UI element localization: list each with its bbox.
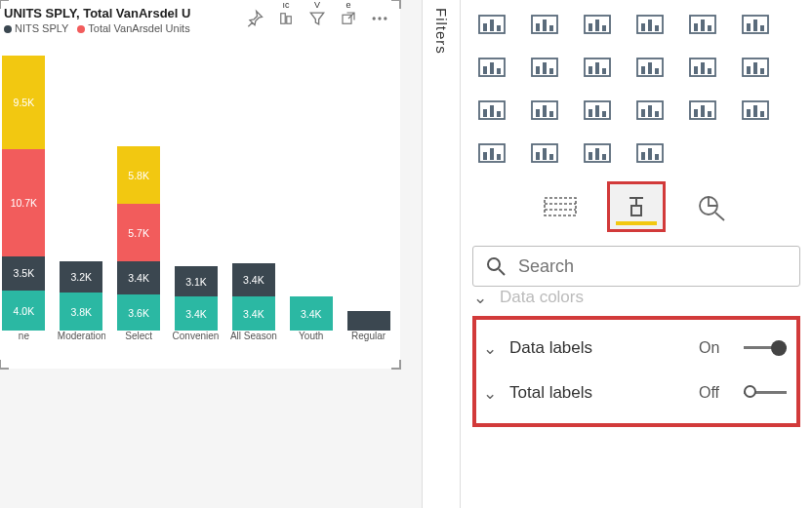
format-search[interactable] bbox=[472, 246, 800, 287]
svg-line-98 bbox=[715, 213, 724, 220]
kpi-icon[interactable] bbox=[472, 92, 511, 129]
property-data-labels[interactable]: ⌄ Data labels On bbox=[482, 326, 787, 371]
svg-rect-75 bbox=[747, 109, 751, 117]
svg-rect-94 bbox=[545, 198, 576, 215]
svg-rect-73 bbox=[708, 111, 711, 117]
svg-rect-92 bbox=[648, 148, 652, 160]
table-icon[interactable] bbox=[578, 92, 617, 129]
total-labels-toggle[interactable] bbox=[744, 384, 787, 402]
svg-rect-35 bbox=[536, 66, 540, 74]
axis-label: All Season bbox=[229, 331, 277, 354]
svg-rect-57 bbox=[497, 111, 501, 117]
property-total-labels[interactable]: ⌄ Total labels Off bbox=[482, 371, 787, 415]
bar-segment: 9.5K bbox=[2, 56, 45, 150]
svg-rect-59 bbox=[536, 109, 540, 117]
donut-chart-icon[interactable] bbox=[683, 6, 722, 43]
svg-point-5 bbox=[384, 17, 386, 20]
svg-rect-29 bbox=[760, 25, 764, 31]
card-icon[interactable] bbox=[683, 49, 722, 86]
svg-rect-16 bbox=[595, 20, 599, 31]
azure-map-icon[interactable] bbox=[578, 49, 617, 86]
decomposition-tree-icon[interactable] bbox=[736, 92, 775, 129]
search-input[interactable] bbox=[518, 256, 788, 277]
svg-rect-49 bbox=[708, 68, 711, 74]
popout-icon[interactable]: e bbox=[338, 8, 359, 29]
pie-chart-icon[interactable] bbox=[630, 6, 670, 43]
svg-rect-55 bbox=[483, 109, 487, 117]
filter-icon[interactable]: V bbox=[306, 8, 328, 29]
svg-rect-53 bbox=[760, 68, 764, 74]
focus-mode-icon[interactable]: ıc bbox=[275, 8, 297, 29]
svg-rect-37 bbox=[549, 68, 553, 74]
filled-map-icon[interactable] bbox=[525, 49, 564, 86]
arcgis-icon[interactable] bbox=[578, 135, 617, 172]
format-tab[interactable] bbox=[607, 181, 666, 232]
report-canvas[interactable]: UNITS SPLY, Total VanArsdel U NITS SPLY … bbox=[0, 0, 422, 508]
svg-rect-24 bbox=[701, 20, 705, 31]
bar-ne[interactable]: 4.0K3.5K10.7K9.5K bbox=[0, 56, 48, 332]
analytics-tab[interactable] bbox=[683, 181, 742, 232]
svg-point-99 bbox=[488, 258, 500, 270]
bar-convenience[interactable]: 3.4K3.1K bbox=[173, 266, 221, 331]
bar-segment: 3.5K bbox=[2, 256, 45, 292]
svg-rect-41 bbox=[602, 68, 606, 74]
svg-rect-45 bbox=[655, 68, 659, 74]
power-apps-icon[interactable] bbox=[630, 135, 670, 172]
r-visual-icon[interactable] bbox=[683, 92, 722, 129]
filters-pane-collapsed[interactable]: Filters bbox=[422, 0, 461, 508]
svg-rect-87 bbox=[589, 152, 592, 160]
svg-rect-83 bbox=[536, 152, 540, 160]
funnel-chart-icon[interactable] bbox=[525, 6, 564, 43]
treemap-icon[interactable] bbox=[736, 6, 775, 43]
svg-rect-91 bbox=[641, 152, 645, 160]
key-influencers-icon[interactable] bbox=[525, 135, 564, 172]
svg-rect-77 bbox=[760, 111, 764, 117]
bar-segment: 3.2K bbox=[60, 261, 102, 293]
svg-rect-0 bbox=[281, 14, 286, 24]
svg-rect-76 bbox=[753, 105, 757, 117]
svg-rect-89 bbox=[602, 154, 606, 160]
svg-rect-28 bbox=[753, 20, 757, 31]
multi-row-card-icon[interactable] bbox=[736, 49, 775, 86]
property-data-colors[interactable]: ⌄ Data colors bbox=[472, 283, 800, 312]
axis-label: Youth bbox=[287, 331, 335, 354]
chart-title: UNITS SPLY, Total VanArsdel U bbox=[4, 6, 244, 20]
chart-visual[interactable]: UNITS SPLY, Total VanArsdel U NITS SPLY … bbox=[0, 0, 400, 369]
bar-segment: 3.1K bbox=[175, 266, 218, 297]
scatter-chart-icon[interactable] bbox=[578, 6, 617, 43]
svg-rect-84 bbox=[543, 148, 547, 160]
map-icon[interactable] bbox=[472, 49, 511, 86]
svg-rect-7 bbox=[483, 23, 487, 31]
svg-rect-65 bbox=[602, 111, 606, 117]
svg-rect-1 bbox=[287, 17, 292, 24]
bar-youth[interactable]: 3.4K bbox=[287, 296, 335, 331]
qa-icon[interactable] bbox=[472, 135, 511, 172]
stacked-bar-chart-icon[interactable] bbox=[472, 6, 511, 43]
bar-select[interactable]: 3.6K3.4K5.7K5.8K bbox=[115, 146, 163, 331]
bar-regular[interactable] bbox=[345, 311, 392, 331]
matrix-icon[interactable] bbox=[630, 92, 670, 129]
svg-rect-15 bbox=[589, 23, 592, 31]
axis-label: Regular bbox=[345, 331, 392, 354]
more-options-icon[interactable] bbox=[369, 8, 390, 29]
bar-all season[interactable]: 3.4K3.4K bbox=[229, 263, 277, 331]
svg-rect-79 bbox=[483, 152, 487, 160]
svg-rect-64 bbox=[595, 105, 599, 117]
bar-segment: 10.7K bbox=[2, 149, 45, 255]
svg-rect-80 bbox=[490, 148, 494, 160]
data-labels-toggle[interactable] bbox=[744, 339, 787, 357]
bar-segment: 4.0K bbox=[2, 291, 45, 331]
bar-moderation[interactable]: 3.8K3.2K bbox=[58, 261, 105, 331]
svg-rect-48 bbox=[701, 62, 705, 74]
svg-rect-56 bbox=[490, 105, 494, 117]
bar-segment: 3.4K bbox=[232, 296, 275, 331]
svg-rect-67 bbox=[641, 109, 645, 117]
svg-rect-31 bbox=[483, 66, 487, 74]
svg-rect-27 bbox=[747, 23, 751, 31]
svg-rect-72 bbox=[701, 105, 705, 117]
pin-icon[interactable] bbox=[244, 8, 265, 29]
svg-rect-39 bbox=[589, 66, 592, 74]
slicer-icon[interactable] bbox=[525, 92, 564, 129]
fields-tab[interactable] bbox=[531, 181, 589, 232]
gauge-icon[interactable] bbox=[630, 49, 670, 86]
